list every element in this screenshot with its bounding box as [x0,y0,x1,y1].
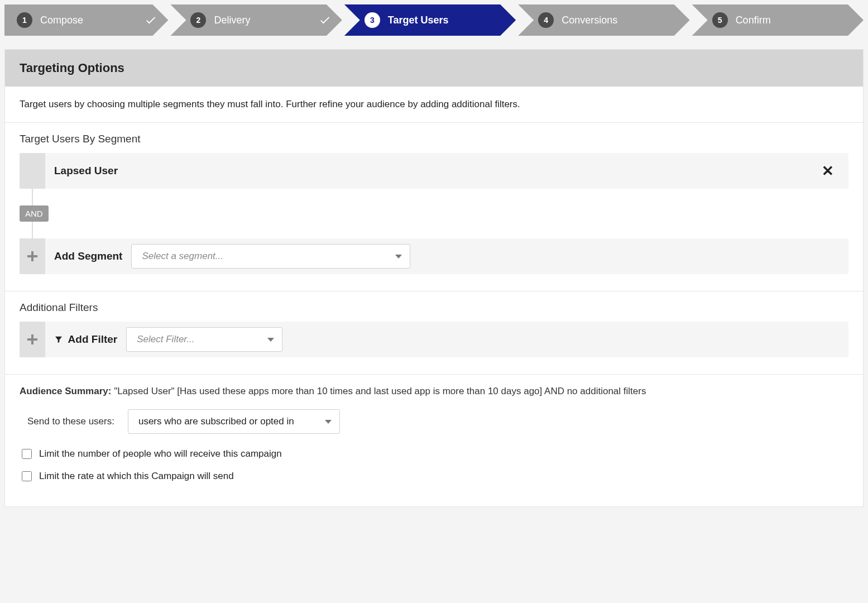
limit-people-label: Limit the number of people who will rece… [39,448,282,460]
add-filter-label: Add Filter [54,333,117,346]
step-number: 4 [538,12,554,28]
plus-icon [27,334,37,344]
check-icon [319,14,331,26]
send-to-label: Send to these users: [27,416,114,427]
segment-handle[interactable] [20,153,45,189]
filters-heading: Additional Filters [20,302,848,314]
add-filter-button[interactable] [20,322,45,357]
filter-select[interactable]: Select Filter... [126,327,282,352]
step-label: Compose [40,15,140,26]
segments-section: Target Users By Segment Lapsed User ✕ AN… [5,123,863,291]
limit-people-checkbox-row[interactable]: Limit the number of people who will rece… [20,447,848,461]
limit-rate-label: Limit the rate at which this Campaign wi… [39,471,234,482]
step-conversions[interactable]: 4 Conversions [518,4,689,36]
add-segment-label: Add Segment [54,250,122,262]
add-segment-row: Add Segment Select a segment... [20,238,848,274]
remove-segment-icon[interactable]: ✕ [816,159,840,183]
segment-row: Lapsed User ✕ [20,153,848,189]
audience-summary: Audience Summary: "Lapsed User" [Has use… [20,386,848,397]
step-number: 3 [365,12,380,28]
send-to-selected: users who are subscribed or opted in [138,416,294,427]
filters-section: Additional Filters Add Filter Select Fil… [5,291,863,375]
step-label: Target Users [388,15,505,26]
and-connector: AND [20,205,49,222]
step-label: Confirm [736,15,852,26]
step-number: 1 [17,12,32,28]
step-target-users[interactable]: 3 Target Users [344,4,516,36]
add-segment-button[interactable] [20,238,45,274]
targeting-panel: Targeting Options Target users by choosi… [4,49,864,507]
step-compose[interactable]: 1 Compose [4,4,168,36]
segment-name: Lapsed User [54,165,118,177]
progress-stepper: 1 Compose 2 Delivery 3 Target Users 4 Co… [4,4,864,36]
limit-rate-checkbox[interactable] [22,471,32,481]
step-number: 2 [190,12,206,28]
step-number: 5 [712,12,728,28]
filter-select-placeholder: Select Filter... [137,334,194,345]
step-delivery[interactable]: 2 Delivery [170,4,342,36]
audience-summary-section: Audience Summary: "Lapsed User" [Has use… [5,375,863,506]
step-confirm[interactable]: 5 Confirm [692,4,864,36]
plus-icon [27,251,37,261]
funnel-icon [54,335,63,344]
segments-heading: Target Users By Segment [20,133,848,145]
segment-select-placeholder: Select a segment... [142,251,223,262]
audience-summary-text: "Lapsed User" [Has used these apps more … [114,386,646,396]
panel-title: Targeting Options [5,50,863,87]
step-label: Delivery [214,15,314,26]
send-to-select[interactable]: users who are subscribed or opted in [128,409,340,434]
segment-select[interactable]: Select a segment... [131,244,410,269]
limit-people-checkbox[interactable] [22,449,32,459]
add-filter-row: Add Filter Select Filter... [20,322,848,357]
panel-description: Target users by choosing multiple segmen… [5,87,863,123]
check-icon [145,14,157,26]
limit-rate-checkbox-row[interactable]: Limit the rate at which this Campaign wi… [20,470,848,483]
step-label: Conversions [562,15,678,26]
audience-summary-label: Audience Summary: [20,386,111,396]
send-to-row: Send to these users: users who are subsc… [20,409,848,434]
